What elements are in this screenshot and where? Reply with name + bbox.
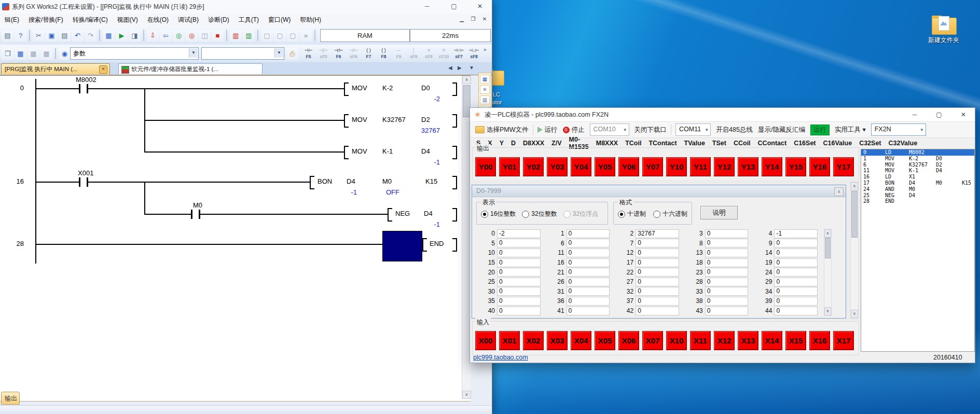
listing-row[interactable]: 6 MOV K32767 D2 [861,162,974,168]
scroll-down-icon[interactable]: ∨ [462,391,471,399]
radio-32bit[interactable]: 32位整数 [522,210,557,218]
secondary-combo[interactable]: ▼ [201,47,284,60]
print-icon[interactable]: ▤ [2,30,13,42]
toggle-disassembly-button[interactable]: 显示/隐藏反汇编 [758,126,805,134]
d-register-value-input[interactable]: 0 [774,307,818,315]
listing-row[interactable]: 17 BON D4 M0 K15 [861,180,974,186]
listing-row[interactable]: 24 AND M0 [861,186,974,192]
window-device-icon[interactable]: ▦ [15,48,26,60]
instruction-end[interactable]: END [430,240,444,247]
d-register-value-input[interactable]: 0 [636,239,679,247]
device-type-item[interactable]: D8XXX [523,140,544,147]
display-setting-icon[interactable]: ◉ [59,48,71,60]
d-register-value-input[interactable]: 0 [705,297,749,306]
d-register-value-input[interactable]: 0 [567,297,610,306]
device-type-item[interactable]: TCoil [625,140,641,147]
mdi-minimize-button[interactable]: ▁ [457,15,467,24]
d-register-value-input[interactable]: 0 [774,297,818,306]
menu-item[interactable]: 搜索/替换(F) [24,16,68,24]
fkey-button[interactable]: ⊣∕⊢sF6 [346,48,361,59]
d-register-value-input[interactable]: 0 [774,258,818,267]
device-type-item[interactable]: Z/V [551,140,561,147]
redo-icon[interactable]: ↷ [85,30,96,42]
listing-row[interactable]: 25 NEG D4 [861,192,974,199]
separator[interactable] [257,30,258,41]
cascade-window-icon[interactable]: ❐ [2,48,13,60]
listing-row[interactable]: 1 MOV K-2 D0 [861,156,974,162]
menu-item[interactable]: 调试(B) [173,16,203,24]
contact-m0[interactable] [191,210,200,219]
listing-row[interactable]: 0 LD M8002 [861,149,974,156]
menu-item[interactable]: 在线(O) [143,16,173,24]
mdi-restore-button[interactable]: ❐ [468,15,478,24]
d-register-value-input[interactable]: 0 [636,278,679,286]
sim-minimize-button[interactable]: ─ [906,108,923,121]
tab-device-buffer-batch-monitor[interactable]: 软元件/缓冲存储器批量监视-1 (... [118,63,263,74]
d-register-value-input[interactable]: 0 [705,249,749,257]
listing-row[interactable]: 16 LD X1 [861,174,974,180]
scroll-up-icon[interactable]: ∧ [851,182,858,190]
chevron-down-icon[interactable]: ▼ [274,48,283,58]
y-output-button[interactable]: Y15 [785,157,806,176]
d-register-value-input[interactable]: 0 [567,249,610,257]
device-type-item[interactable]: CContact [758,140,787,147]
x-input-button[interactable]: X07 [642,331,663,350]
device-type-item[interactable]: C16Set [794,140,816,147]
ladder-editor[interactable]: 0 16 28 M8002 X001 M0 MOV K-2 D0 -2 MOV … [0,75,471,402]
fkey-button[interactable]: │sF9 [406,48,421,59]
d-register-value-input[interactable]: 0 [705,229,749,238]
document-jump-icon[interactable]: ⎙ [286,48,298,60]
com-port-combo-485[interactable]: COM11 ▼ [675,123,711,136]
undo-icon[interactable]: ↶ [72,30,84,42]
tab-list-icon[interactable]: ▼ [469,65,474,71]
pause-monitor-icon[interactable]: ◫ [199,30,211,42]
d-register-value-input[interactable]: 0 [497,287,541,296]
paste-icon[interactable]: ▤ [59,30,71,42]
dock-cross-reference-icon[interactable]: ✕ [480,85,490,94]
gx-maximize-button[interactable]: ▢ [445,0,463,13]
x-input-button[interactable]: X15 [785,331,806,350]
d-register-value-input[interactable]: 0 [705,307,749,315]
device-type-item[interactable]: TValue [684,140,705,147]
stop-button[interactable]: 0 停止 [563,126,585,134]
watch2-icon[interactable]: ▢ [274,30,286,42]
d-register-value-input[interactable]: 0 [774,268,818,277]
scrollbar-thumb[interactable] [825,238,831,258]
open-pmw-file-button[interactable]: 选择PMW文件 [475,126,529,134]
x-input-button[interactable]: X02 [523,331,544,350]
device-type-item[interactable]: Y [500,140,504,147]
sim-title-bar[interactable]: ✳ 凌一PLC模拟器 - plc999.taobao.com FX2N [470,108,975,121]
overflow-chevron-icon[interactable]: » [300,30,312,42]
chevron-down-icon[interactable]: ▼ [189,48,198,58]
y-output-button[interactable]: Y16 [809,157,830,176]
menu-item[interactable]: 视图(V) [113,16,143,24]
help-icon[interactable]: ? [15,30,26,42]
run-button[interactable]: 运行 [537,126,558,134]
d-register-value-input[interactable]: 0 [774,278,818,286]
d-register-value-input[interactable]: 0 [636,268,679,277]
separator[interactable] [29,30,30,41]
y-output-button[interactable]: Y07 [642,157,663,176]
d-register-value-input[interactable]: 0 [636,297,679,306]
d-register-value-input[interactable]: 0 [636,307,679,315]
y-output-button[interactable]: Y02 [523,157,544,176]
d-register-window-title[interactable]: D0-7999 [472,185,846,197]
child-close-icon[interactable]: x [834,187,844,196]
device-batch-monitor-green-icon[interactable]: ▥ [243,30,255,42]
monitor-stop-icon[interactable]: ◎ [186,30,198,42]
separator[interactable] [55,48,56,59]
device-type-item[interactable]: CCoil [734,140,751,147]
menu-item[interactable]: 辑(E) [0,16,24,24]
x-input-button[interactable]: X06 [618,331,639,350]
menu-item[interactable]: 窗口(W) [264,16,295,24]
radio-hex[interactable]: 十六进制 [653,210,687,218]
menu-item[interactable]: 工具(T) [234,16,264,24]
instruction-neg[interactable]: NEG [395,210,410,217]
cut-icon[interactable]: ✂ [33,30,45,42]
d-register-value-input[interactable]: 0 [497,268,541,277]
grid-scrollbar[interactable]: ∧ ∨ [824,229,832,316]
x-input-button[interactable]: X14 [762,331,782,350]
d-register-value-input[interactable]: 0 [705,278,749,286]
y-output-button[interactable]: Y01 [499,157,520,176]
watch3-icon[interactable]: ▢ [287,30,299,42]
